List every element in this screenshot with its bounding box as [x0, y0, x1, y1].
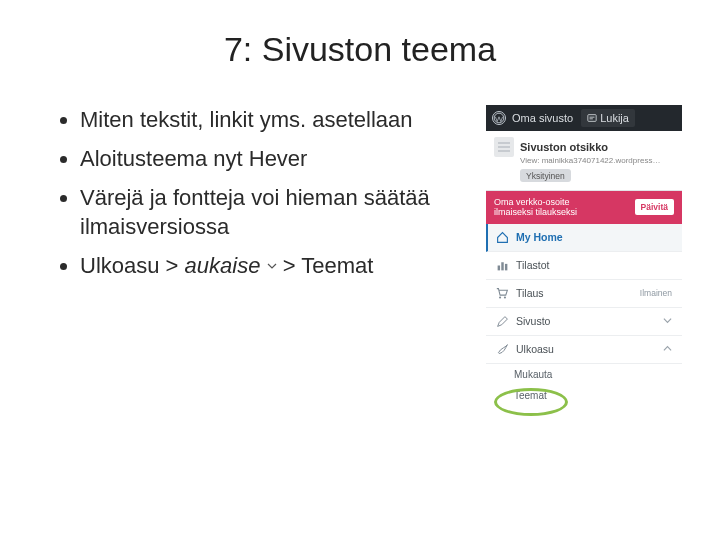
reader-icon	[587, 113, 597, 123]
home-icon	[496, 231, 509, 244]
chevron-down-icon	[267, 249, 277, 278]
chevron-down-icon	[663, 315, 672, 327]
bullet-list: Miten tekstit, linkit yms. asetellaan Al…	[58, 105, 474, 406]
wordpress-logo-icon	[492, 111, 506, 125]
bullet-text-italic: aukaise	[185, 253, 261, 278]
wp-site-card: Sivuston otsikko View: mainikka374071422…	[486, 131, 682, 191]
svg-rect-1	[588, 115, 596, 122]
nav-item-appearance[interactable]: Ulkoasu	[486, 336, 682, 364]
site-url: View: mainikka374071422.wordpress…	[520, 156, 674, 165]
nav-label: My Home	[516, 231, 563, 243]
upgrade-button[interactable]: Päivitä	[635, 199, 674, 215]
svg-rect-5	[501, 262, 503, 270]
topbar-reader-label: Lukija	[600, 112, 629, 124]
topbar-reader[interactable]: Lukija	[581, 109, 635, 127]
svg-point-7	[499, 296, 501, 298]
stats-icon	[496, 259, 509, 272]
svg-point-8	[504, 296, 506, 298]
nav-item-stats[interactable]: Tilastot	[486, 252, 682, 280]
nav-label: Tilaus	[516, 287, 544, 299]
nav-meta-plan: Ilmainen	[640, 288, 672, 298]
wp-topbar: Oma sivusto Lukija	[486, 105, 682, 131]
site-title: Sivuston otsikko	[520, 141, 608, 153]
bullet-item: Ulkoasu > aukaise > Teemat	[80, 251, 474, 280]
nav-label: Sivusto	[516, 315, 550, 327]
nav-label: Ulkoasu	[516, 343, 554, 355]
svg-rect-6	[505, 264, 507, 271]
nav-item-home[interactable]: My Home	[486, 224, 682, 252]
bullet-text-part: > Teemat	[283, 253, 374, 278]
nav-label: Tilastot	[516, 259, 549, 271]
upgrade-banner: Oma verkko-osoite ilmaiseksi tilaukseksi…	[486, 191, 682, 224]
wordpress-sidebar-screenshot: Oma sivusto Lukija Sivuston otsikko View…	[486, 105, 682, 406]
bullet-item: Miten tekstit, linkit yms. asetellaan	[80, 105, 474, 134]
bullet-text-part: Ulkoasu >	[80, 253, 185, 278]
nav-sub-label: Teemat	[514, 390, 547, 401]
bullet-item: Aloitusteema nyt Hever	[80, 144, 474, 173]
nav-item-site[interactable]: Sivusto	[486, 308, 682, 336]
pencil-icon	[496, 315, 509, 328]
nav-sub-themes[interactable]: Teemat	[486, 385, 682, 406]
bullet-item: Värejä ja fontteja voi hieman säätää ilm…	[80, 183, 474, 241]
cart-icon	[496, 287, 509, 300]
wp-nav: My Home Tilastot Tilaus Ilmainen Sivust	[486, 224, 682, 406]
topbar-my-site[interactable]: Oma sivusto	[512, 112, 573, 124]
site-thumbnail-icon	[494, 137, 514, 157]
nav-sub-customize[interactable]: Mukauta	[486, 364, 682, 385]
banner-line: Oma verkko-osoite	[494, 197, 577, 207]
nav-item-plan[interactable]: Tilaus Ilmainen	[486, 280, 682, 308]
slide-body: Miten tekstit, linkit yms. asetellaan Al…	[0, 69, 720, 406]
chevron-up-icon	[663, 343, 672, 355]
banner-line: ilmaiseksi tilaukseksi	[494, 207, 577, 217]
svg-rect-4	[498, 265, 500, 270]
privacy-badge: Yksityinen	[520, 169, 571, 182]
slide-title: 7: Sivuston teema	[0, 0, 720, 69]
brush-icon	[496, 343, 509, 356]
